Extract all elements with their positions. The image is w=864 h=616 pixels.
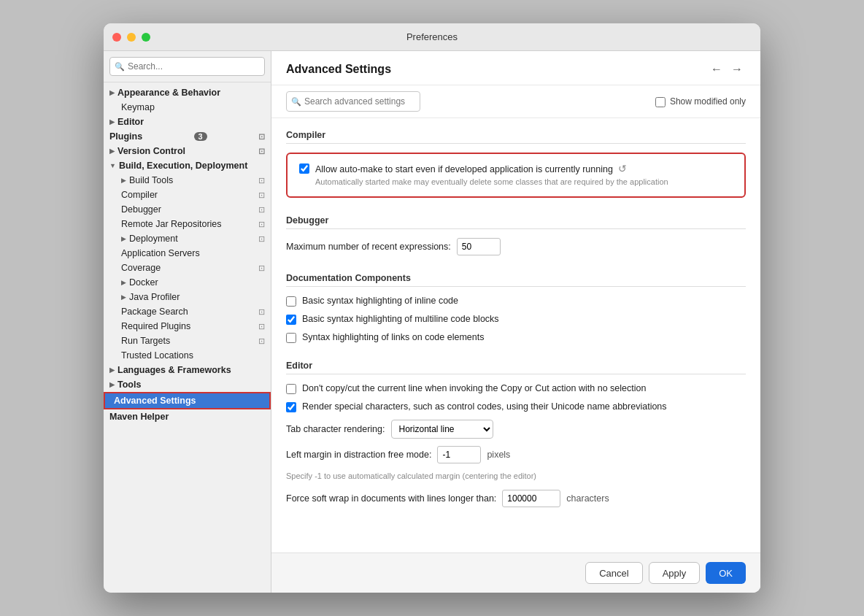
sidebar-item-languages[interactable]: ▶ Languages & Frameworks bbox=[104, 363, 271, 377]
sidebar-item-docker[interactable]: ▶ Docker bbox=[104, 275, 271, 290]
sidebar-item-deployment[interactable]: ▶ Deployment ⊡ bbox=[104, 231, 271, 246]
sidebar-item-tools[interactable]: ▶ Tools bbox=[104, 377, 271, 392]
force-wrap-input[interactable] bbox=[502, 490, 560, 507]
sidebar-item-version-control[interactable]: ▶ Version Control ⊡ bbox=[104, 144, 271, 158]
tab-rendering-row: Tab character rendering: Horizontal line… bbox=[286, 420, 746, 439]
doc-components-section: Documentation Components Basic syntax hi… bbox=[286, 273, 746, 343]
indicator-icon: ⊡ bbox=[258, 234, 265, 244]
sidebar-search-input[interactable] bbox=[109, 57, 265, 76]
sidebar: 🔍 ▶ Appearance & Behavior Keymap ▶ Edito bbox=[104, 51, 271, 593]
left-margin-input[interactable] bbox=[437, 446, 481, 463]
sidebar-item-label: Appearance & Behavior bbox=[117, 88, 220, 98]
auto-make-label: Allow auto-make to start even if develop… bbox=[315, 163, 733, 188]
debugger-section-title: Debugger bbox=[286, 215, 746, 229]
forward-button[interactable]: → bbox=[728, 61, 746, 77]
sidebar-search-area: 🔍 bbox=[104, 51, 271, 82]
indicator-icon: ⊡ bbox=[258, 336, 265, 346]
window-title: Preferences bbox=[406, 31, 458, 42]
maximize-button[interactable] bbox=[142, 33, 150, 42]
inline-code-checkbox[interactable] bbox=[286, 296, 296, 307]
sidebar-item-label: Keymap bbox=[121, 102, 155, 112]
main-header: Advanced Settings ← → bbox=[271, 51, 760, 85]
sidebar-item-maven-helper[interactable]: Maven Helper bbox=[104, 409, 271, 424]
auto-make-row: Allow auto-make to start even if develop… bbox=[299, 163, 733, 188]
indicator-icon: ⊡ bbox=[258, 176, 265, 185]
show-modified-checkbox[interactable] bbox=[655, 97, 666, 107]
show-modified-group: Show modified only bbox=[655, 96, 746, 107]
sidebar-item-appearance[interactable]: ▶ Appearance & Behavior bbox=[104, 85, 271, 100]
sidebar-search-icon: 🔍 bbox=[115, 62, 125, 72]
sidebar-item-run-targets[interactable]: Run Targets ⊡ bbox=[104, 334, 271, 348]
sidebar-item-label: Coverage bbox=[121, 263, 161, 273]
main-toolbar: 🔍 Show modified only bbox=[271, 85, 760, 118]
sidebar-item-remote-jar[interactable]: Remote Jar Repositories ⊡ bbox=[104, 217, 271, 231]
sidebar-item-build[interactable]: ▼ Build, Execution, Deployment bbox=[104, 158, 271, 173]
close-button[interactable] bbox=[112, 33, 121, 42]
sidebar-item-label: Maven Helper bbox=[109, 412, 169, 422]
cancel-button[interactable]: Cancel bbox=[585, 562, 642, 584]
sidebar-item-trusted-locations[interactable]: Trusted Locations bbox=[104, 348, 271, 363]
left-margin-row: Left margin in distraction free mode: pi… bbox=[286, 446, 746, 463]
preferences-window: Preferences 🔍 ▶ Appearance & Behavior Ke… bbox=[104, 23, 760, 593]
sidebar-item-label: Java Profiler bbox=[129, 292, 180, 302]
chevron-right-icon: ▶ bbox=[109, 381, 115, 388]
multiline-code-label: Basic syntax highlighting of multiline c… bbox=[302, 314, 746, 324]
debugger-section: Debugger Maximum number of recent expres… bbox=[286, 215, 746, 255]
apply-button[interactable]: Apply bbox=[649, 562, 701, 584]
sidebar-item-advanced-settings[interactable]: Advanced Settings bbox=[104, 392, 271, 409]
chevron-down-icon: ▼ bbox=[109, 162, 116, 169]
chevron-right-icon: ▶ bbox=[121, 279, 126, 286]
max-expressions-row: Maximum number of recent expressions: bbox=[286, 238, 746, 255]
sidebar-item-label: Plugins bbox=[109, 131, 142, 142]
sidebar-item-label: Editor bbox=[117, 117, 144, 127]
left-margin-hint: Specify -1 to use automatically calculat… bbox=[286, 471, 746, 482]
sidebar-item-label: Build Tools bbox=[129, 175, 173, 185]
sidebar-item-label: Remote Jar Repositories bbox=[121, 219, 222, 229]
sidebar-item-required-plugins[interactable]: Required Plugins ⊡ bbox=[104, 319, 271, 334]
sidebar-item-editor[interactable]: ▶ Editor bbox=[104, 115, 271, 129]
sidebar-item-compiler[interactable]: Compiler ⊡ bbox=[104, 188, 271, 202]
auto-make-sub: Automatically started make may eventuall… bbox=[315, 177, 733, 188]
sidebar-item-coverage[interactable]: Coverage ⊡ bbox=[104, 261, 271, 275]
editor-section-title: Editor bbox=[286, 361, 746, 374]
render-special-checkbox[interactable] bbox=[286, 402, 296, 412]
sidebar-item-plugins[interactable]: Plugins 3 ⊡ bbox=[104, 129, 271, 144]
indicator-icon: ⊡ bbox=[258, 205, 265, 215]
sidebar-item-build-tools[interactable]: ▶ Build Tools ⊡ bbox=[104, 173, 271, 188]
main-search-wrap: 🔍 bbox=[286, 91, 647, 112]
max-expressions-label: Maximum number of recent expressions: bbox=[286, 242, 451, 252]
sidebar-item-label: Required Plugins bbox=[121, 321, 190, 331]
chevron-right-icon: ▶ bbox=[121, 235, 126, 242]
max-expressions-input[interactable] bbox=[457, 238, 501, 255]
auto-make-checkbox[interactable] bbox=[299, 163, 309, 174]
sidebar-item-label: Languages & Frameworks bbox=[117, 365, 231, 375]
pixels-unit: pixels bbox=[487, 450, 510, 460]
sidebar-item-package-search[interactable]: Package Search ⊡ bbox=[104, 304, 271, 319]
ok-button[interactable]: OK bbox=[706, 562, 746, 584]
minimize-button[interactable] bbox=[127, 33, 136, 42]
main-search-input[interactable] bbox=[286, 91, 420, 112]
chevron-right-icon: ▶ bbox=[121, 293, 126, 301]
multiline-code-checkbox[interactable] bbox=[286, 315, 296, 325]
sidebar-item-keymap[interactable]: Keymap bbox=[104, 100, 271, 115]
links-code-row: Syntax highlighting of links on code ele… bbox=[286, 332, 746, 343]
sidebar-item-app-servers[interactable]: Application Servers bbox=[104, 246, 271, 261]
sidebar-item-java-profiler[interactable]: ▶ Java Profiler bbox=[104, 290, 271, 304]
sidebar-item-debugger[interactable]: Debugger ⊡ bbox=[104, 202, 271, 217]
reset-auto-make-button[interactable]: ↺ bbox=[615, 163, 630, 174]
back-button[interactable]: ← bbox=[708, 61, 725, 77]
indicator-icon: ⊡ bbox=[258, 190, 265, 200]
sidebar-item-label: Build, Execution, Deployment bbox=[119, 161, 247, 171]
links-code-checkbox[interactable] bbox=[286, 333, 296, 343]
sidebar-item-label: Deployment bbox=[129, 234, 178, 244]
tab-rendering-select[interactable]: Horizontal line Arrow None bbox=[391, 420, 493, 439]
inline-code-row: Basic syntax highlighting of inline code bbox=[286, 296, 746, 307]
inline-code-label: Basic syntax highlighting of inline code bbox=[302, 296, 746, 306]
sidebar-item-label: Debugger bbox=[121, 204, 161, 215]
doc-components-title: Documentation Components bbox=[286, 273, 746, 287]
no-copy-cut-checkbox[interactable] bbox=[286, 384, 296, 394]
no-copy-cut-row: Don't copy/cut the current line when inv… bbox=[286, 383, 746, 394]
chevron-right-icon: ▶ bbox=[109, 147, 115, 155]
characters-unit: characters bbox=[566, 493, 609, 504]
chevron-right-icon: ▶ bbox=[109, 118, 115, 126]
